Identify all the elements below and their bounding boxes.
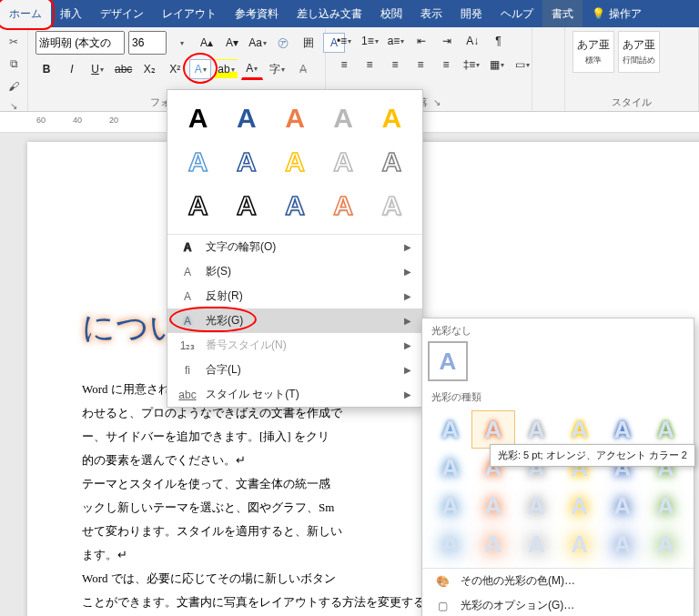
style-no-spacing[interactable]: あア亜行間詰め xyxy=(618,31,660,73)
glow-none[interactable]: A xyxy=(430,343,466,379)
shrink-font-button[interactable]: A▾ xyxy=(221,33,243,53)
menu-shadow[interactable]: A影(S)▶ xyxy=(167,259,422,284)
align-center-button[interactable]: ≡ xyxy=(359,55,380,75)
tab-view[interactable]: 表示 xyxy=(411,0,451,27)
glow-variant[interactable]: A xyxy=(430,526,471,562)
text-effect-sample[interactable]: A xyxy=(370,99,413,137)
paragraph-launcher[interactable]: ↘ xyxy=(433,97,441,107)
italic-button[interactable]: I xyxy=(61,59,83,79)
text-effect-sample[interactable]: A xyxy=(370,143,413,181)
align-right-button[interactable]: ≡ xyxy=(384,55,406,75)
tab-insert[interactable]: 挿入 xyxy=(51,0,91,27)
text-effect-sample[interactable]: A xyxy=(225,99,268,137)
superscript-button[interactable]: X² xyxy=(164,59,186,79)
text-effect-sample[interactable]: A xyxy=(322,143,365,181)
text-effect-sample[interactable]: A xyxy=(225,187,268,225)
text-effect-sample[interactable]: A xyxy=(273,187,316,225)
cut-button[interactable]: ✂ xyxy=(3,35,25,49)
underline-button[interactable]: U xyxy=(86,59,108,79)
glow-options[interactable]: ▢光彩のオプション(G)… xyxy=(422,593,694,616)
glow-variant[interactable]: A xyxy=(516,488,557,524)
format-painter-button[interactable]: 🖌 xyxy=(3,79,25,94)
multilevel-button[interactable]: a≡ xyxy=(385,31,408,51)
tab-tell-me[interactable]: 💡操作ア xyxy=(582,0,651,27)
reflection-icon: A xyxy=(178,290,197,303)
tab-developer[interactable]: 開発 xyxy=(451,0,491,27)
menu-reflection[interactable]: A反射(R)▶ xyxy=(167,284,422,308)
phonetic-guide-button[interactable]: ㋐ xyxy=(272,33,294,53)
glow-variant[interactable]: A xyxy=(559,526,600,562)
glow-variant[interactable]: A xyxy=(645,526,686,562)
tab-design[interactable]: デザイン xyxy=(91,0,153,27)
tab-layout[interactable]: レイアウト xyxy=(153,0,226,27)
tab-home[interactable]: ホーム xyxy=(0,0,51,27)
glow-variant[interactable]: A xyxy=(559,488,600,524)
tab-references[interactable]: 参考資料 xyxy=(226,0,288,27)
glow-variant[interactable]: A xyxy=(559,411,600,448)
borders-button[interactable]: ▭ xyxy=(512,55,533,75)
text-effect-sample[interactable]: A xyxy=(322,99,365,137)
char-border-button[interactable]: 囲 xyxy=(298,33,319,53)
enclose-chars-button[interactable]: 字 xyxy=(267,59,289,79)
clipboard-launcher[interactable]: ↘ xyxy=(10,101,17,111)
text-effect-sample[interactable]: A xyxy=(370,187,413,225)
menu-ligature[interactable]: fi合字(L)▶ xyxy=(167,358,422,382)
font-size-combo[interactable] xyxy=(128,31,167,55)
glow-variant[interactable]: A xyxy=(430,488,471,524)
glow-variant[interactable]: A xyxy=(430,411,471,448)
grow-font-button[interactable]: A▴ xyxy=(196,33,218,53)
glow-variant[interactable]: A xyxy=(645,411,686,448)
line-spacing-button[interactable]: ‡≡ xyxy=(461,55,482,75)
glow-variant[interactable]: A xyxy=(516,411,557,448)
glow-variant[interactable]: A xyxy=(472,411,513,448)
copy-button[interactable]: ⧉ xyxy=(3,56,25,71)
text-effect-sample[interactable]: A xyxy=(177,99,219,137)
text-effect-sample[interactable]: A xyxy=(177,143,219,181)
text-effect-sample[interactable]: A xyxy=(225,143,268,181)
justify-button[interactable]: ≡ xyxy=(410,55,431,75)
menu-outline[interactable]: A文字の輪郭(O)▶ xyxy=(167,235,422,259)
subscript-button[interactable]: X₂ xyxy=(138,59,160,79)
glow-variant[interactable]: A xyxy=(645,488,686,524)
glow-variant[interactable]: A xyxy=(602,526,643,562)
highlight-button[interactable]: ab xyxy=(215,59,237,79)
text-effect-sample[interactable]: A xyxy=(273,143,316,181)
glow-variant[interactable]: A xyxy=(472,526,513,562)
decrease-indent-button[interactable]: ⇤ xyxy=(410,31,432,51)
shading-button[interactable]: ▦ xyxy=(486,55,508,75)
glow-variant[interactable]: A xyxy=(602,411,643,448)
text-effect-sample[interactable]: A xyxy=(322,187,365,225)
change-case-button[interactable]: Aa xyxy=(247,33,268,53)
glow-variant[interactable]: A xyxy=(472,488,513,524)
glow-submenu: 光彩なし A 光彩の種類 AAAAAAAAAAAAAAAAAAAAAAAA 🎨そ… xyxy=(421,318,694,616)
tab-help[interactable]: ヘルプ xyxy=(491,0,542,27)
menu-glow[interactable]: A光彩(G)▶ xyxy=(167,308,422,333)
bullets-button[interactable]: •≡ xyxy=(333,31,355,51)
text-effect-sample[interactable]: A xyxy=(177,187,219,225)
font-color-button[interactable]: A xyxy=(241,58,263,80)
increase-indent-button[interactable]: ⇥ xyxy=(436,31,458,51)
glow-variant[interactable]: A xyxy=(516,526,557,562)
align-left-button[interactable]: ≡ xyxy=(333,55,355,75)
text-effects-button[interactable]: A xyxy=(189,59,211,79)
tab-format[interactable]: 書式 xyxy=(542,0,582,27)
text-effect-sample[interactable]: A xyxy=(273,99,316,137)
glow-more-colors[interactable]: 🎨その他の光彩の色(M)… xyxy=(422,569,694,593)
outline-icon: A xyxy=(178,241,197,254)
menu-style-set[interactable]: abcスタイル セット(T)▶ xyxy=(167,382,422,407)
bold-button[interactable]: B xyxy=(35,59,57,79)
sort-button[interactable]: A↓ xyxy=(461,31,483,51)
color-wheel-icon: 🎨 xyxy=(433,575,451,588)
numbering-button[interactable]: 1≡ xyxy=(359,31,381,51)
clear-format-button[interactable]: A̶ xyxy=(292,59,314,79)
style-normal[interactable]: あア亜標準 xyxy=(572,31,614,73)
tab-mailings[interactable]: 差し込み文書 xyxy=(288,0,371,27)
glow-variant[interactable]: A xyxy=(602,488,643,524)
show-marks-button[interactable]: ¶ xyxy=(487,31,509,51)
distributed-button[interactable]: ≡ xyxy=(435,55,457,75)
strike-button[interactable]: abc xyxy=(112,59,135,79)
glow-variant[interactable]: A xyxy=(430,449,471,486)
tab-review[interactable]: 校閲 xyxy=(371,0,411,27)
font-size-dropdown[interactable] xyxy=(170,33,192,53)
font-name-combo[interactable] xyxy=(35,31,125,55)
